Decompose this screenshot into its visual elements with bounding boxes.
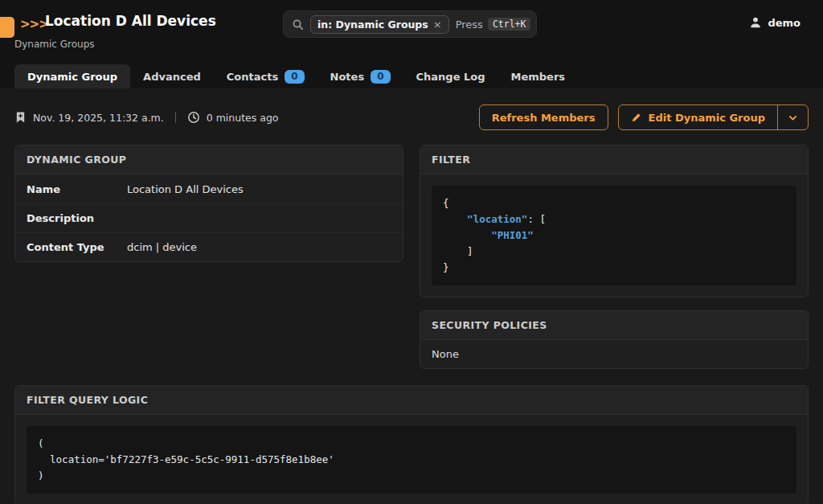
tab-label: Notes: [330, 71, 365, 83]
bookmark-plus-icon: [14, 111, 27, 124]
action-buttons: Refresh Members Edit Dynamic Group: [479, 104, 809, 130]
filter-query-logic-panel: FILTER QUERY LOGIC ( location='bf7227f3-…: [14, 385, 809, 504]
last-updated: 0 minutes ago: [207, 112, 279, 124]
tab-contacts[interactable]: Contacts0: [214, 64, 317, 88]
tab-label: Advanced: [143, 71, 201, 83]
tab-notes[interactable]: Notes0: [317, 64, 403, 88]
top-navbar: >>> Location D All Devices Dynamic Group…: [0, 0, 823, 55]
breadcrumb-chevrons-icon: >>>: [20, 17, 48, 31]
filter-query-logic-title: FILTER QUERY LOGIC: [15, 386, 808, 415]
filter-panel-title: FILTER: [420, 145, 808, 174]
edit-dropdown-toggle[interactable]: [777, 105, 808, 129]
object-meta-row: Nov. 19, 2025, 11:32 a.m. 0 minutes ago …: [14, 104, 809, 130]
chevron-down-icon: [788, 113, 798, 123]
created-date: Nov. 19, 2025, 11:32 a.m.: [33, 112, 164, 124]
tab-advanced[interactable]: Advanced: [130, 64, 214, 88]
tab-label: Dynamic Group: [27, 71, 117, 83]
count-badge: 0: [285, 70, 304, 84]
edit-dynamic-group-button[interactable]: Edit Dynamic Group: [619, 105, 777, 129]
dynamic-group-detail-page: { "header": { "chevrons": ">>>", "title"…: [0, 0, 823, 504]
filter-query-logic-body: ( location='bf7227f3-e59c-5c5c-9911-d575…: [15, 415, 808, 504]
username: demo: [768, 17, 800, 29]
edit-button-group: Edit Dynamic Group: [618, 104, 809, 130]
dynamic-group-panel: DYNAMIC GROUP NameLocation D All Devices…: [14, 145, 403, 262]
row-label: Content Type: [27, 241, 127, 253]
tab-change-log[interactable]: Change Log: [403, 64, 498, 88]
row-value: dcim | device: [127, 241, 197, 253]
filter-panel-body: { "location": [ "PHI01" ]}: [420, 174, 808, 297]
row-label: Name: [27, 183, 127, 195]
search-placeholder: Press Ctrl+K to search: [456, 18, 537, 31]
table-row: Content Typedcim | device: [15, 232, 403, 261]
clock-icon: [187, 111, 200, 124]
user-menu[interactable]: demo: [749, 16, 800, 29]
tab-bar: Dynamic GroupAdvancedContacts0Notes0Chan…: [0, 55, 823, 88]
security-policies-panel: SECURITY POLICIES None: [420, 310, 809, 369]
divider: [175, 112, 176, 123]
search-scope-label: in: Dynamic Groups: [317, 18, 428, 31]
close-icon[interactable]: ×: [433, 18, 442, 31]
filter-json-code: { "location": [ "PHI01" ]}: [432, 186, 796, 285]
tab-dynamic-group[interactable]: Dynamic Group: [14, 64, 130, 88]
pencil-icon: [631, 112, 642, 123]
security-policies-title: SECURITY POLICIES: [420, 311, 808, 340]
dynamic-group-panel-title: DYNAMIC GROUP: [15, 145, 403, 174]
sidebar-toggle[interactable]: [0, 17, 14, 38]
breadcrumb[interactable]: Dynamic Groups: [14, 39, 95, 50]
tab-label: Change Log: [416, 71, 485, 83]
filter-query-logic-code: ( location='bf7227f3-e59c-5c5c-9911-d575…: [27, 426, 796, 494]
main-content: Nov. 19, 2025, 11:32 a.m. 0 minutes ago …: [0, 88, 823, 504]
dynamic-group-table: NameLocation D All DevicesDescriptionCon…: [15, 174, 403, 261]
table-row: NameLocation D All Devices: [15, 174, 403, 203]
row-value: Location D All Devices: [127, 183, 244, 195]
global-search-input[interactable]: in: Dynamic Groups × Press Ctrl+K to sea…: [283, 10, 537, 38]
row-label: Description: [27, 212, 127, 224]
keyboard-shortcut-badge: Ctrl+K: [488, 18, 531, 31]
tab-label: Members: [511, 71, 566, 83]
refresh-members-button[interactable]: Refresh Members: [479, 104, 608, 130]
count-badge: 0: [371, 70, 390, 84]
filter-panel: FILTER { "location": [ "PHI01" ]}: [420, 145, 809, 297]
tab-members[interactable]: Members: [498, 64, 579, 88]
timestamps: Nov. 19, 2025, 11:32 a.m. 0 minutes ago: [14, 111, 279, 124]
right-column: FILTER { "location": [ "PHI01" ]} SECURI…: [420, 145, 809, 369]
tab-label: Contacts: [227, 71, 278, 83]
search-icon: [292, 18, 304, 31]
user-icon: [749, 16, 762, 29]
security-policies-value: None: [420, 340, 808, 368]
page-title: Location D All Devices: [45, 13, 216, 29]
left-column: DYNAMIC GROUP NameLocation D All Devices…: [14, 145, 403, 262]
table-row: Description: [15, 203, 403, 232]
search-scope-chip[interactable]: in: Dynamic Groups ×: [310, 15, 449, 34]
panels-grid: DYNAMIC GROUP NameLocation D All Devices…: [14, 145, 809, 369]
